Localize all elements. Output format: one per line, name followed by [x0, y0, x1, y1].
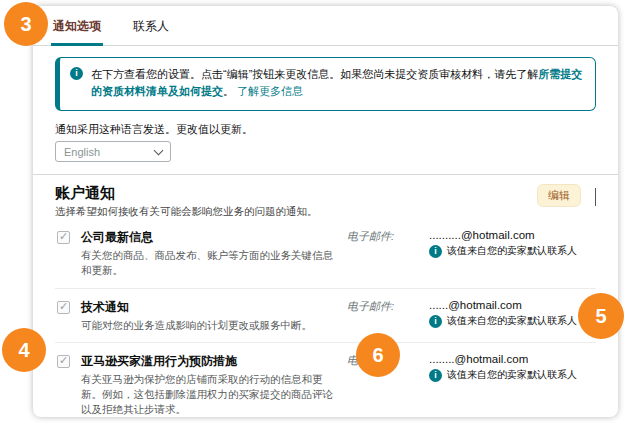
callout-3: 3	[4, 2, 48, 46]
account-section-subtitle: 选择希望如何接收有关可能会影响您业务的问题的通知。	[55, 205, 537, 219]
info-icon: i	[429, 369, 442, 382]
checkbox-company-updates[interactable]	[57, 231, 70, 244]
email-value: ......@hotmail.com	[429, 299, 596, 311]
callout-4: 4	[2, 328, 46, 372]
callout-6: 6	[356, 333, 400, 377]
field-label: 电子邮件:	[347, 299, 429, 314]
field-label: 电子邮件:	[347, 229, 429, 244]
row-description: 有关亚马逊为保护您的店铺而采取的行动的信息和更新。例如，这包括删除滥用权力的买家…	[81, 372, 333, 418]
email-value: ..........@hotmail.com	[429, 229, 596, 241]
default-contact-note: 该值来自您的卖家默认联系人	[447, 368, 577, 382]
section-account-notifications: 账户通知 选择希望如何接收有关可能会影响您业务的问题的通知。 编辑 公司最新信息…	[55, 175, 596, 423]
info-icon: i	[429, 315, 442, 328]
language-note: 通知采用这种语言发送。更改值以更新。	[55, 122, 596, 137]
notification-preferences-page: 通知选项 联系人 i 在下方查看您的设置。点击“编辑”按钮来更改信息。如果您尚未…	[0, 0, 624, 423]
tab-contacts[interactable]: 联系人	[131, 18, 171, 45]
tab-bar: 通知选项 联系人	[33, 6, 618, 46]
default-contact-note: 该值来自您的卖家默认联系人	[447, 244, 577, 258]
language-select[interactable]: English	[55, 141, 171, 162]
row-label: 亚马逊买家滥用行为预防措施	[81, 353, 333, 370]
checkbox-technical-notifications[interactable]	[57, 301, 70, 314]
account-collapse-button[interactable]	[595, 188, 596, 206]
callout-5: 5	[578, 293, 624, 339]
banner-text: 在下方查看您的设置。点击“编辑”按钮来更改信息。如果您尚未提交资质审核材料，请先…	[91, 66, 583, 100]
row-label: 公司最新信息	[81, 229, 333, 246]
info-icon: i	[429, 245, 442, 258]
account-section-title: 账户通知	[55, 184, 537, 203]
chevron-up-icon	[595, 188, 596, 206]
row-description: 有关您的商品、商品发布、账户等方面的业务关键信息和更新。	[81, 248, 333, 278]
banner-period: 。	[223, 85, 234, 97]
card-content: i 在下方查看您的设置。点击“编辑”按钮来更改信息。如果您尚未提交资质审核材料，…	[33, 46, 618, 423]
banner-text-pre: 在下方查看您的设置。点击“编辑”按钮来更改信息。如果您尚未提交资质审核材料，请先…	[91, 68, 538, 80]
row-label: 技术通知	[81, 299, 333, 316]
checkbox-buyer-abuse-prevention[interactable]	[57, 355, 70, 368]
account-edit-button[interactable]: 编辑	[537, 184, 581, 207]
row-description: 可能对您的业务造成影响的计划更改或服务中断。	[81, 318, 333, 333]
language-select-value: English	[64, 146, 100, 158]
tab-notification-options[interactable]: 通知选项	[51, 18, 103, 46]
table-row: 亚马逊买家滥用行为预防措施 有关亚马逊为保护您的店铺而采取的行动的信息和更新。例…	[55, 343, 596, 423]
info-icon: i	[70, 67, 83, 80]
chevron-down-icon	[154, 145, 164, 155]
default-contact-note: 该值来自您的卖家默认联系人	[447, 314, 577, 328]
learn-more-link[interactable]: 了解更多信息	[237, 85, 303, 97]
info-banner: i 在下方查看您的设置。点击“编辑”按钮来更改信息。如果您尚未提交资质审核材料，…	[55, 57, 596, 111]
table-row: 公司最新信息 有关您的商品、商品发布、账户等方面的业务关键信息和更新。 电子邮件…	[55, 219, 596, 288]
email-value: ........@hotmail.com	[429, 353, 596, 365]
settings-card: 通知选项 联系人 i 在下方查看您的设置。点击“编辑”按钮来更改信息。如果您尚未…	[33, 6, 618, 417]
table-row: 技术通知 可能对您的业务造成影响的计划更改或服务中断。 电子邮件: ......…	[55, 289, 596, 343]
